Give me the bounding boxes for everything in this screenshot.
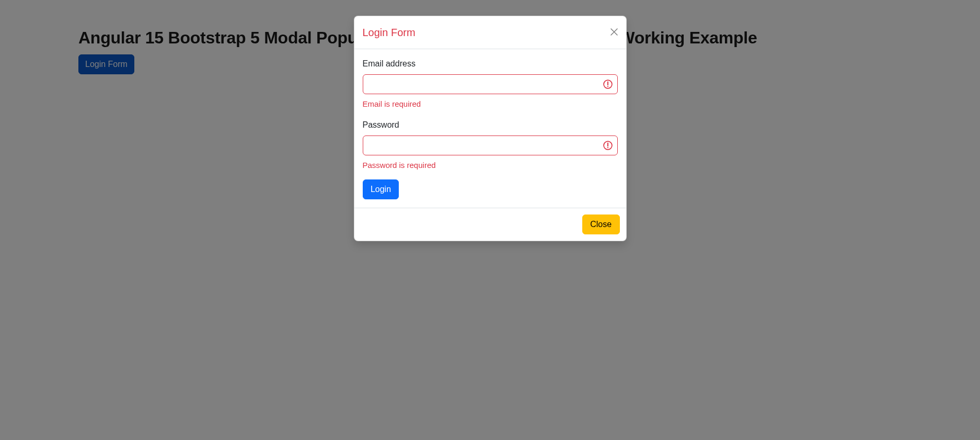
login-button[interactable]: Login <box>363 179 399 199</box>
modal-title: Login Form <box>363 25 416 40</box>
email-field[interactable] <box>363 74 618 94</box>
login-form: Email address Email is required Password <box>363 58 618 199</box>
close-button[interactable]: Close <box>582 215 620 234</box>
modal-header: Login Form <box>354 16 626 49</box>
email-label: Email address <box>363 58 618 70</box>
password-label: Password <box>363 119 618 131</box>
close-icon <box>610 28 618 38</box>
password-input-wrap <box>363 136 618 155</box>
modal-body: Email address Email is required Password <box>354 49 626 208</box>
modal-close-x-button[interactable] <box>610 29 617 36</box>
login-modal: Login Form Email address <box>354 16 627 241</box>
password-error: Password is required <box>363 160 618 172</box>
email-error: Email is required <box>363 98 618 110</box>
email-input-wrap <box>363 74 618 94</box>
password-field[interactable] <box>363 136 618 155</box>
email-group: Email address Email is required <box>363 58 618 110</box>
modal-footer: Close <box>354 208 626 241</box>
password-group: Password Password is required <box>363 119 618 172</box>
